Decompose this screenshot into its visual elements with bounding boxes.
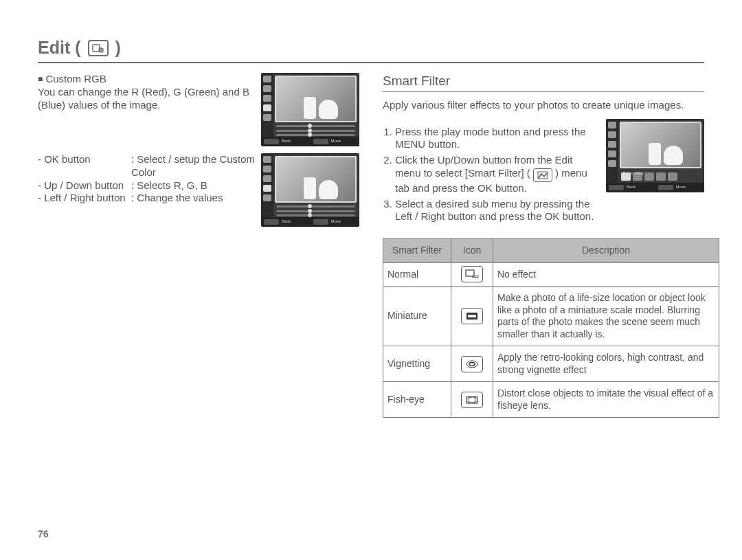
note1-value: : Select / setup the Custom Color [131,153,256,179]
table-row: Miniature Make a photo of a life-size lo… [383,287,719,346]
svg-point-8 [469,362,475,366]
smart-filter-table: Smart Filter Icon Description Normal OFF… [383,238,719,418]
cell-desc: Apply the retro-looking colors, high con… [493,346,719,382]
heading-close: ) [115,38,121,58]
vignette-icon [461,356,483,372]
right-column: Smart Filter Apply various filter effect… [383,73,704,418]
miniature-icon [461,308,483,324]
steps-list: Press the play mode button and press the… [383,126,600,224]
custom-rgb-desc: You can change the R (Red), G (Green) an… [38,86,249,111]
screen-move: Move [331,139,360,144]
smart-filter-tab-icon [533,168,552,182]
cell-name: Vignetting [383,346,451,382]
th-icon: Icon [451,239,493,263]
table-row: Normal OFF No effect [383,262,719,287]
page-title: Edit ( ) [38,38,704,63]
bullet-icon: ■ [38,74,43,84]
smart-filter-intro: Apply various filter effects to your pho… [383,99,704,112]
th-name: Smart Filter [383,239,451,263]
note2-label: - Up / Down button [38,179,127,192]
svg-text:OFF: OFF [472,275,479,279]
cell-name: Miniature [383,287,451,346]
svg-rect-6 [468,315,476,317]
svg-rect-9 [466,396,477,403]
note1-label: - OK button [38,153,127,179]
screen-smart-filter-label: Smart Filter [622,171,644,177]
screen-back: Back [282,219,311,225]
screen-back: Back [627,185,655,190]
table-row: Fish-eye Distort close objects to imitat… [383,382,719,418]
svg-point-7 [466,361,477,368]
cell-name: Fish-eye [383,382,451,418]
step-3: Select a desired sub menu by pressing th… [395,198,600,224]
heading-text: Edit ( [38,38,81,58]
note2-value: : Selects R, G, B [131,179,256,192]
cell-desc: No effect [493,262,719,287]
custom-rgb-title: Custom RGB [45,73,106,85]
cell-desc: Make a photo of a life-size location or … [493,287,719,346]
screen-back: Back [282,139,311,144]
table-row: Vignetting Apply the retro-looking color… [383,346,719,382]
screenshot-rgb-preview: BackMove [261,153,359,227]
th-desc: Description [493,239,719,263]
screenshot-rgb-sliders: BackMove [261,73,359,146]
cell-desc: Distort close objects to imitate the vis… [493,382,719,418]
screenshot-smart-filter: Smart Filter BackMove [606,119,704,192]
smart-filter-heading: Smart Filter [383,73,704,92]
step-1: Press the play mode button and press the… [395,126,600,152]
page-number: 76 [38,528,49,539]
screen-move: Move [676,185,705,190]
left-column: ■ Custom RGB You can change the R (Red),… [38,73,359,418]
note3-value: : Change the values [131,192,256,205]
edit-icon [88,40,109,56]
fisheye-icon [461,392,483,408]
screen-move: Move [331,219,360,225]
note3-label: - Left / Right button [38,192,127,205]
cell-name: Normal [383,262,451,287]
normal-off-icon: OFF [461,266,483,282]
step-2: Click the Up/Down button from the Edit m… [395,154,600,195]
